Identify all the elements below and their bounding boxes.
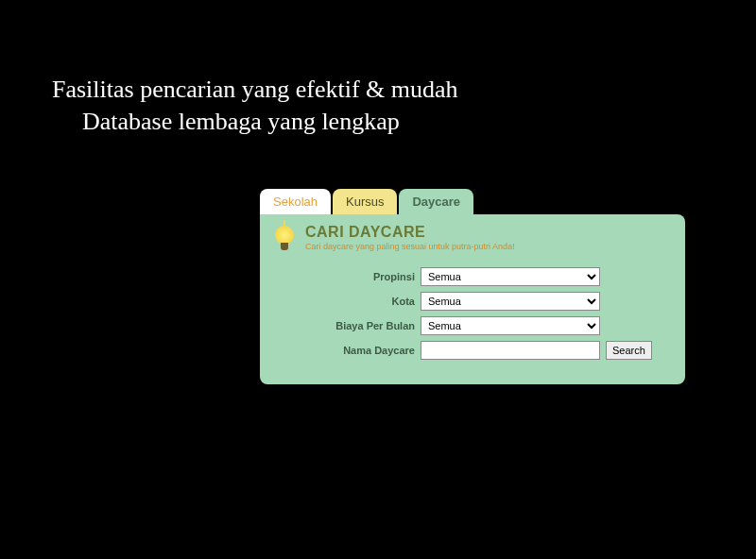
- label-biaya: Biaya Per Bulan: [311, 320, 415, 331]
- row-propinsi: Propinsi Semua: [311, 267, 674, 286]
- tab-kursus[interactable]: Kursus: [333, 189, 397, 214]
- label-propinsi: Propinsi: [311, 271, 415, 282]
- title-block: CARI DAYCARE Cari daycare yang paling se…: [305, 224, 515, 251]
- tab-sekolah[interactable]: Sekolah: [260, 189, 331, 214]
- search-button[interactable]: Search: [606, 341, 652, 360]
- select-biaya[interactable]: Semua: [421, 316, 600, 335]
- lightbulb-icon: [271, 226, 298, 258]
- label-kota: Kota: [311, 296, 415, 307]
- row-biaya: Biaya Per Bulan Semua: [311, 316, 674, 335]
- panel-subtitle: Cari daycare yang paling sesuai untuk pu…: [305, 242, 515, 251]
- panel-title: CARI DAYCARE: [305, 224, 515, 241]
- label-nama: Nama Daycare: [311, 345, 415, 356]
- select-kota[interactable]: Semua: [421, 292, 600, 311]
- search-panel: CARI DAYCARE Cari daycare yang paling se…: [260, 214, 685, 384]
- search-widget: Sekolah Kursus Daycare CARI DAYCARE Cari…: [260, 189, 685, 384]
- headline-line1: Fasilitas pencarian yang efektif & mudah: [52, 74, 458, 106]
- slide-headline: Fasilitas pencarian yang efektif & mudah…: [52, 74, 458, 138]
- input-nama-daycare[interactable]: [421, 341, 600, 360]
- search-form: Propinsi Semua Kota Semua Biaya Per Bula…: [271, 267, 674, 360]
- row-kota: Kota Semua: [311, 292, 674, 311]
- select-propinsi[interactable]: Semua: [421, 267, 600, 286]
- headline-line2: Database lembaga yang lengkap: [82, 106, 458, 138]
- tab-bar: Sekolah Kursus Daycare: [260, 189, 685, 214]
- tab-daycare[interactable]: Daycare: [399, 189, 473, 214]
- row-nama: Nama Daycare Search: [311, 341, 674, 360]
- panel-header: CARI DAYCARE Cari daycare yang paling se…: [271, 224, 674, 258]
